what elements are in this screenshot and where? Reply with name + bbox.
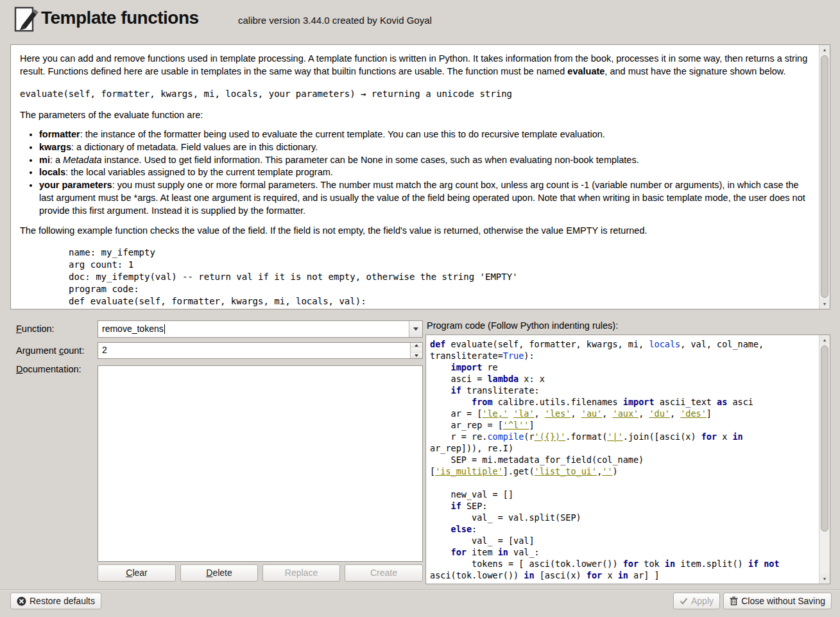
documentation-textarea[interactable] [98, 365, 423, 562]
replace-button[interactable]: Replace [262, 564, 340, 582]
close-without-saving-button[interactable]: Close without Saving [723, 593, 832, 609]
code-line: asci = lambda x: x [430, 373, 816, 385]
example-intro: The following example function checks th… [20, 225, 812, 238]
apply-label: Apply [691, 596, 714, 606]
code-line: asci(tok.lower()) in [asci(x) for x in a… [430, 569, 816, 581]
code-line: ['is_multiple'].get('list_to_ui','') [430, 465, 816, 477]
code-line: ar = ['le,' 'la', 'les', 'au', 'aux', 'd… [430, 408, 816, 419]
check-icon [680, 597, 688, 605]
spin-down-icon [415, 354, 418, 357]
help-scrollbar[interactable]: ▲ ▼ [819, 45, 830, 309]
documentation-label: Documentation: [16, 364, 81, 374]
program-code-editor[interactable]: def evaluate(self, formatter, kwargs, mi… [425, 335, 830, 584]
function-input-value: remove_tokens [102, 324, 165, 334]
spin-up-icon [415, 344, 418, 347]
code-line: def evaluate(self, formatter, kwargs, mi… [430, 338, 816, 350]
scroll-down-icon[interactable]: ▼ [819, 574, 830, 584]
example-code-line: name: my_ifempty [69, 247, 812, 259]
code-line: val_ = val.split(SEP) [430, 512, 816, 523]
footer-separator [0, 589, 840, 591]
restore-defaults-button[interactable]: Restore defaults [10, 593, 101, 609]
code-line: transliterate=True): [430, 350, 816, 361]
program-code-label: Program code (Follow Python indenting ru… [427, 320, 618, 331]
restore-defaults-label: Restore defaults [30, 596, 95, 606]
code-line: val_ = [val] [430, 535, 816, 546]
param-item: formatter: the instance of the formatter… [39, 128, 812, 141]
arg-count-spin-buttons [410, 343, 422, 358]
example-code-line: arg count: 1 [69, 259, 812, 271]
code-line: if transliterate: [430, 385, 816, 396]
param-item: kwargs: a dictionary of metadata. Field … [39, 141, 812, 154]
clear-button[interactable]: Clear [98, 564, 176, 582]
restore-defaults-icon [17, 596, 26, 606]
code-line: tokens = [ asci(tok.lower()) for tok in … [430, 558, 816, 569]
code-line: SEP = mi.metadata_for_field(col_name) [430, 454, 816, 465]
arg-count-spinbox[interactable]: 2 [98, 342, 423, 359]
code-scrollbar-thumb[interactable] [821, 345, 828, 532]
spin-separator [411, 348, 422, 353]
param-item: your parameters: you must supply one or … [39, 179, 812, 217]
code-line: else: [430, 523, 816, 535]
example-code-line: doc: my_ifempty(val) -- return val if it… [69, 271, 812, 283]
arg-count-value: 2 [102, 345, 107, 355]
code-line: if SEP: [430, 500, 816, 512]
text-cursor [164, 324, 165, 334]
scroll-down-icon[interactable]: ▼ [819, 299, 830, 309]
code-line: import re [430, 361, 816, 373]
code-line: new_val = [] [430, 489, 816, 500]
help-text: Here you can add and remove functions us… [11, 45, 818, 309]
help-panel: Here you can add and remove functions us… [10, 44, 830, 309]
params-intro: The parameters of the evaluate function … [20, 109, 812, 122]
code-scrollbar[interactable]: ▲ ▼ [819, 335, 830, 584]
trash-icon [730, 596, 738, 605]
function-label: Function: [16, 324, 55, 334]
help-intro: Here you can add and remove functions us… [20, 53, 812, 78]
spin-up-button[interactable] [411, 343, 422, 348]
code-line: ar_rep = ['^l''] [430, 419, 816, 431]
example-code: name: my_ifemptyarg count: 1doc: my_ifem… [69, 247, 812, 308]
help-scrollbar-thumb[interactable] [821, 55, 828, 298]
dialog-subtitle: calibre version 3.44.0 created by Kovid … [238, 15, 432, 26]
spin-down-button[interactable] [411, 353, 422, 358]
code-line: from calibre.utils.filenames import asci… [430, 396, 816, 408]
example-code-line: def evaluate(self, formatter, kwargs, mi… [69, 295, 812, 308]
param-item: locals: the local variables assigned to … [39, 166, 812, 179]
function-combobox[interactable]: remove_tokens [98, 320, 423, 338]
close-without-saving-label: Close without Saving [741, 596, 825, 606]
code-line: for item in val_: [430, 546, 816, 558]
code-line: ar_rep])), re.I) [430, 442, 816, 454]
example-code-line: program code: [69, 283, 812, 295]
apply-button[interactable]: Apply [673, 593, 720, 609]
evaluate-signature: evaluate(self, formatter, kwargs, mi, lo… [20, 88, 812, 100]
delete-button[interactable]: Delete [180, 564, 258, 582]
create-button[interactable]: Create [345, 564, 423, 582]
arg-count-label: Argument count: [16, 345, 84, 356]
param-item: mi: a Metadata instance. Used to get fie… [39, 154, 812, 167]
code-line [430, 477, 816, 489]
function-dropdown-button[interactable] [409, 321, 422, 337]
code-editor-content[interactable]: def evaluate(self, formatter, kwargs, mi… [426, 335, 818, 584]
template-functions-icon [13, 6, 40, 33]
params-list: formatter: the instance of the formatter… [20, 128, 812, 217]
scroll-up-icon[interactable]: ▲ [819, 45, 830, 55]
chevron-down-icon [413, 327, 418, 331]
dialog-title: Template functions [41, 8, 199, 28]
scroll-up-icon[interactable]: ▲ [819, 335, 830, 345]
code-line: r = re.compile(r'({})'.format('|'.join([… [430, 431, 816, 442]
